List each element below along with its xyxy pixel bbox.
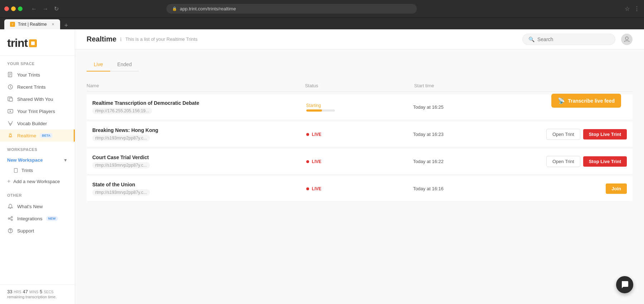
- browser-actions: ☆ ⋮: [625, 5, 640, 12]
- live-dot-icon: [306, 133, 309, 136]
- radio-icon: [7, 132, 14, 139]
- workspace-name: New Workspace: [7, 157, 43, 163]
- chat-bubble-button[interactable]: [616, 276, 633, 293]
- logo: trint: [7, 36, 68, 50]
- table-header: Name Status Start time: [87, 80, 633, 92]
- workspace-trints-icon: [14, 168, 19, 173]
- tab-live[interactable]: Live: [87, 58, 110, 72]
- share-icon: [7, 96, 14, 102]
- join-button[interactable]: Join: [606, 183, 627, 194]
- transcribe-btn-label: Transcribe live feed: [568, 98, 615, 104]
- workspace-trints-label: Trints: [21, 168, 33, 173]
- sidebar-item-whats-new[interactable]: What's New: [0, 200, 75, 212]
- row-2-time: Today at 16:23: [413, 132, 520, 137]
- sidebar-item-your-trints[interactable]: Your Trints: [0, 69, 75, 81]
- lock-icon: 🔒: [172, 6, 177, 11]
- sidebar-item-recent-trints[interactable]: Recent Trints: [0, 81, 75, 93]
- table-row: State of the Union rtmp://s193mrvp2pp87y…: [87, 176, 633, 202]
- svg-point-13: [8, 218, 10, 219]
- svg-point-15: [11, 219, 13, 221]
- row-2-actions: Open Trint Stop Live Trint: [520, 129, 627, 140]
- sidebar-item-support[interactable]: Support: [0, 225, 75, 237]
- live-dot-icon: [306, 160, 309, 163]
- tab-close-icon[interactable]: ×: [52, 22, 54, 27]
- search-box[interactable]: 🔍: [522, 34, 615, 45]
- table-row: Court Case Trial Verdict rtmp://s193mrvp…: [87, 149, 633, 175]
- logo-text: trint: [7, 36, 28, 50]
- other-label: OTHER: [0, 187, 75, 200]
- workspace-header[interactable]: New Workspace ▼: [0, 155, 75, 166]
- search-input[interactable]: [537, 36, 609, 42]
- extensions-icon[interactable]: ⋮: [634, 5, 640, 12]
- new-tab-button[interactable]: +: [62, 22, 71, 29]
- table-row: Breaking News: Hong Kong rtmp://s193mrvp…: [87, 122, 633, 147]
- document-icon: [7, 72, 14, 78]
- url-bar[interactable]: 🔒 app.trint.com/trints/realtime: [166, 4, 417, 14]
- close-window-button[interactable]: [4, 6, 9, 11]
- content-area: Live Ended 📡 Transcribe live feed Name S…: [75, 49, 644, 304]
- main-content: Realtime ℹ This is a list of your Realti…: [75, 29, 644, 304]
- url-text: app.trint.com/trints/realtime: [180, 6, 236, 11]
- window-controls: [4, 6, 23, 11]
- starting-label: Starting: [306, 103, 335, 108]
- hours-value: 33: [7, 289, 12, 294]
- live-label: LIVE: [312, 159, 322, 164]
- workspace-chevron-icon: ▼: [63, 158, 68, 163]
- sidebar-item-integrations[interactable]: Integrations NEW: [0, 212, 75, 225]
- logo-area: trint: [0, 29, 75, 56]
- active-tab[interactable]: T Trint | Realtime ×: [4, 19, 60, 29]
- bookmark-icon[interactable]: ☆: [625, 5, 630, 12]
- live-label: LIVE: [312, 132, 322, 137]
- bell-icon: [7, 203, 14, 210]
- tab-ended[interactable]: Ended: [110, 58, 139, 72]
- trint-players-label: Your Trint Players: [17, 109, 55, 114]
- stop-live-trint-button[interactable]: Stop Live Trint: [583, 156, 627, 167]
- progress-bar: [306, 109, 335, 112]
- row-1-name-cell: Realtime Transcription of Democratic Deb…: [92, 100, 306, 114]
- time-remaining-label: remaining transcription time.: [7, 294, 68, 300]
- col-start-time: Start time: [414, 83, 523, 88]
- secs-unit: SECS: [44, 290, 53, 294]
- row-2-status: LIVE: [306, 132, 413, 137]
- sidebar-item-trint-players[interactable]: Your Trint Players: [0, 105, 75, 117]
- svg-point-10: [9, 134, 11, 137]
- progress-fill: [306, 109, 322, 112]
- open-trint-button[interactable]: Open Trint: [546, 156, 580, 167]
- svg-point-19: [10, 232, 11, 233]
- workspace-section: New Workspace ▼ Trints: [0, 155, 75, 175]
- refresh-button[interactable]: ↻: [52, 4, 61, 14]
- info-icon[interactable]: ℹ: [120, 36, 122, 42]
- workspace-sub-item-trints[interactable]: Trints: [0, 166, 75, 175]
- table-row: Realtime Transcription of Democratic Deb…: [87, 94, 633, 120]
- add-workspace-item[interactable]: + Add a new Workspace: [0, 175, 75, 187]
- row-1-time: Today at 16:25: [413, 104, 520, 110]
- user-avatar[interactable]: [621, 34, 633, 45]
- col-actions: [523, 83, 633, 88]
- row-3-name-cell: Court Case Trial Verdict rtmp://s193mrvp…: [92, 155, 306, 168]
- status-starting-indicator: Starting: [306, 103, 335, 112]
- clock-icon: [7, 84, 14, 90]
- transcribe-live-feed-button[interactable]: 📡 Transcribe live feed: [551, 94, 621, 108]
- secs-value: 5: [40, 289, 42, 294]
- sidebar-item-realtime[interactable]: Realtime BETA: [0, 129, 75, 142]
- support-label: Support: [17, 228, 34, 234]
- row-2-name: Breaking News: Hong Kong: [92, 127, 306, 133]
- col-status: Status: [305, 83, 414, 88]
- radio-wave-icon: 📡: [558, 97, 565, 104]
- sidebar-item-vocab-builder[interactable]: Vocab Builder: [0, 117, 75, 129]
- app-container: trint YOUR SPACE Your Trints Recent Trin…: [0, 29, 644, 304]
- row-4-status: LIVE: [306, 186, 413, 191]
- shared-with-you-label: Shared With You: [17, 97, 53, 102]
- open-trint-button[interactable]: Open Trint: [546, 129, 580, 140]
- header-right: 🔍: [522, 34, 633, 45]
- back-button[interactable]: ←: [29, 4, 39, 14]
- forward-button[interactable]: →: [40, 4, 50, 14]
- svg-rect-11: [14, 168, 18, 172]
- page-title: Realtime: [87, 35, 116, 43]
- maximize-window-button[interactable]: [18, 6, 23, 11]
- stop-live-trint-button[interactable]: Stop Live Trint: [583, 129, 627, 139]
- minimize-window-button[interactable]: [11, 6, 16, 11]
- add-icon: +: [7, 178, 10, 185]
- sidebar-item-shared-with-you[interactable]: Shared With You: [0, 93, 75, 105]
- row-1-name: Realtime Transcription of Democratic Deb…: [92, 100, 306, 106]
